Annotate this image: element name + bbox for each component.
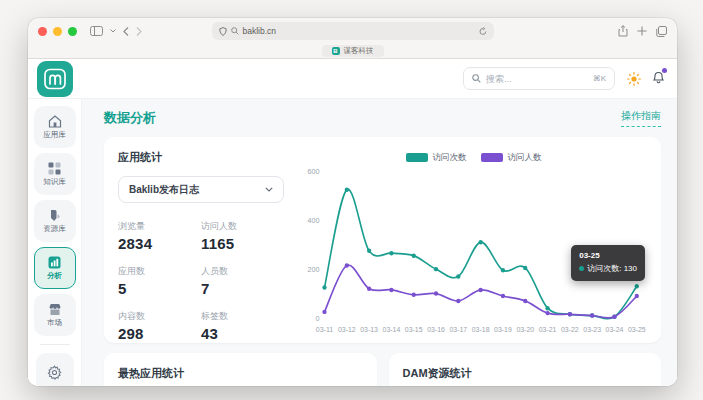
svg-text:03-12: 03-12 xyxy=(338,326,356,334)
search-box[interactable]: ⌘K xyxy=(463,67,615,90)
new-tab-button[interactable] xyxy=(637,26,647,36)
stat-tags: 标签数 43 xyxy=(201,310,284,342)
tabs-overview-button[interactable] xyxy=(656,26,667,37)
app-stats-card: 应用统计 Baklib发布日志 浏览量 2834 xyxy=(104,137,661,343)
sidebar-item-market[interactable]: 市场 xyxy=(34,294,76,336)
guide-link[interactable]: 操作指南 xyxy=(621,109,661,127)
search-icon xyxy=(231,27,239,35)
sidebar-toggle-button[interactable] xyxy=(90,26,103,36)
minimize-button[interactable] xyxy=(53,27,62,36)
search-input[interactable] xyxy=(486,74,588,84)
store-icon xyxy=(48,303,62,316)
hot-apps-card: 最热应用统计 xyxy=(104,353,377,386)
sidebar-divider xyxy=(40,344,70,345)
browser-window: baklib.cn B 谋客科技 xyxy=(28,18,677,386)
search-shortcut: ⌘K xyxy=(593,74,606,83)
svg-text:03-13: 03-13 xyxy=(360,326,378,334)
legend-item[interactable]: 访问人数 xyxy=(481,152,542,164)
sidebar-item-label: 知识库 xyxy=(43,177,66,187)
sidebar-item-knowledge[interactable]: 知识库 xyxy=(34,153,76,195)
chevron-down-icon[interactable] xyxy=(110,29,116,33)
svg-text:03-25: 03-25 xyxy=(628,326,646,334)
legend-label: 访问次数 xyxy=(433,152,467,164)
stat-apps: 应用数 5 xyxy=(118,265,201,297)
baklib-logo-icon[interactable] xyxy=(37,61,73,97)
bar-chart-icon xyxy=(48,256,61,269)
svg-text:03-15: 03-15 xyxy=(405,326,423,334)
chart-legend: 访问次数访问人数 xyxy=(300,150,647,165)
svg-text:03-17: 03-17 xyxy=(449,326,467,334)
svg-text:0: 0 xyxy=(315,314,319,323)
stat-members: 人员数 7 xyxy=(201,265,284,297)
svg-text:03-23: 03-23 xyxy=(583,326,601,334)
reload-button[interactable] xyxy=(479,27,487,36)
sidebar-item-analytics[interactable]: 分析 xyxy=(34,247,76,289)
notifications-button[interactable] xyxy=(652,70,665,88)
tab-bar: B 谋客科技 xyxy=(28,44,677,59)
svg-text:03-21: 03-21 xyxy=(539,326,557,334)
tab-title: 谋客科技 xyxy=(344,46,374,56)
svg-text:03-22: 03-22 xyxy=(561,326,579,334)
svg-text:03-18: 03-18 xyxy=(472,326,490,334)
dam-resources-card-title: DAM资源统计 xyxy=(403,366,648,381)
stat-visitors: 访问人数 1165 xyxy=(201,220,284,252)
theme-toggle-sun-icon[interactable] xyxy=(627,72,641,86)
browser-toolbar: baklib.cn xyxy=(28,18,677,44)
stat-contents: 内容数 298 xyxy=(118,310,201,342)
legend-label: 访问人数 xyxy=(508,152,542,164)
dropdown-value: Baklib发布日志 xyxy=(129,183,199,197)
pen-icon xyxy=(48,209,61,222)
svg-text:03-11: 03-11 xyxy=(316,326,333,334)
svg-text:600: 600 xyxy=(307,167,319,176)
sidebar-item-resources[interactable]: 资源库 xyxy=(34,200,76,242)
page-title: 数据分析 xyxy=(104,109,156,127)
svg-text:03-19: 03-19 xyxy=(494,326,512,334)
svg-text:03-16: 03-16 xyxy=(427,326,445,334)
app-select-dropdown[interactable]: Baklib发布日志 xyxy=(118,176,284,203)
url-text[interactable]: baklib.cn xyxy=(243,26,475,36)
notification-dot xyxy=(662,68,667,73)
address-bar[interactable]: baklib.cn xyxy=(212,22,494,40)
tab-favicon-icon: B xyxy=(332,47,340,55)
sidebar-item-apps[interactable]: 应用库 xyxy=(34,106,76,148)
main-content: 数据分析 操作指南 应用统计 Baklib发布日志 xyxy=(82,99,677,386)
sidebar-item-label: 分析 xyxy=(47,271,62,281)
back-button[interactable] xyxy=(123,27,129,36)
app-header: ⌘K xyxy=(28,59,677,99)
hot-apps-card-title: 最热应用统计 xyxy=(118,366,363,381)
svg-text:03-20: 03-20 xyxy=(516,326,534,334)
svg-text:200: 200 xyxy=(307,265,319,274)
tooltip-series-dot xyxy=(579,266,584,271)
legend-swatch xyxy=(481,153,503,162)
svg-text:03-24: 03-24 xyxy=(606,326,624,334)
sidebar: 应用库 知识库 资源库 分析 xyxy=(28,99,82,386)
active-tab[interactable]: B 谋客科技 xyxy=(322,45,384,57)
close-button[interactable] xyxy=(38,27,47,36)
chevron-down-icon xyxy=(265,187,273,192)
home-icon xyxy=(48,115,62,128)
svg-text:400: 400 xyxy=(307,216,319,225)
svg-text:03-14: 03-14 xyxy=(383,326,401,334)
chart-tooltip: 03-25 访问次数: 130 xyxy=(571,245,645,281)
stat-views: 浏览量 2834 xyxy=(118,220,201,252)
dam-resources-card: DAM资源统计 xyxy=(389,353,662,386)
legend-item[interactable]: 访问次数 xyxy=(406,152,467,164)
forward-button[interactable] xyxy=(136,27,142,36)
stats-grid: 浏览量 2834 访问人数 1165 应用数 5 xyxy=(118,220,284,342)
desktop: baklib.cn B 谋客科技 xyxy=(0,0,703,400)
stats-card-title: 应用统计 xyxy=(118,150,284,165)
search-icon xyxy=(472,74,481,83)
visits-chart: 访问次数访问人数 020040060003-1103-1203-1303-140… xyxy=(300,150,647,335)
sidebar-item-label: 资源库 xyxy=(43,224,66,234)
sidebar-item-label: 市场 xyxy=(47,318,62,328)
share-button[interactable] xyxy=(618,25,628,37)
gear-icon xyxy=(47,365,62,380)
traffic-lights xyxy=(38,27,77,36)
settings-button[interactable] xyxy=(36,353,74,386)
shield-icon[interactable] xyxy=(219,27,227,36)
sidebar-item-label: 应用库 xyxy=(43,130,66,140)
legend-swatch xyxy=(406,153,428,162)
grid-icon xyxy=(48,162,61,175)
baklib-app: ⌘K xyxy=(28,59,677,386)
zoom-button[interactable] xyxy=(68,27,77,36)
